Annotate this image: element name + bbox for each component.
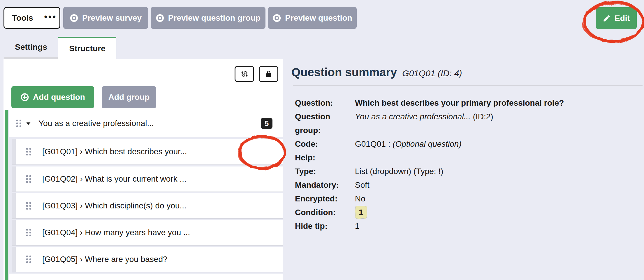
summary-label: Mandatory: (295, 178, 355, 192)
plus-circle-icon (20, 93, 29, 102)
drag-handle-icon[interactable] (26, 202, 31, 210)
question-row-gutter (12, 166, 16, 192)
summary-value: No (355, 192, 639, 205)
question-row[interactable]: [G01Q04] › How many years have you ... (12, 220, 283, 245)
tools-more-button[interactable]: ••• (44, 13, 57, 21)
summary-value: List (dropdown) (Type: !) (355, 164, 639, 178)
preview-survey-button[interactable]: Preview survey (63, 7, 148, 29)
summary-label: Condition: (295, 205, 355, 219)
bullseye-icon (156, 14, 164, 22)
drag-handle-icon[interactable] (16, 120, 21, 127)
tools-label: Tools (12, 13, 33, 23)
question-summary-table: Question: Which best describes your prim… (295, 96, 639, 233)
question-row-label: [G01Q02] › What is your current work ... (42, 174, 186, 184)
preview-question-group-button[interactable]: Preview question group (151, 7, 265, 29)
tab-structure-label: Structure (69, 44, 105, 53)
edit-label: Edit (615, 14, 630, 23)
add-group-button[interactable]: Add group (102, 86, 156, 108)
summary-divider (293, 85, 643, 86)
question-row[interactable]: [G01Q03] › Which discipline(s) do you... (12, 193, 283, 218)
summary-label: Encrypted: (295, 192, 355, 205)
lock-button[interactable] (259, 66, 278, 82)
summary-value: Soft (355, 178, 639, 192)
add-question-label: Add question (33, 93, 85, 102)
question-row-label: [G01Q01] › Which best describes your... (42, 147, 187, 156)
summary-label: Help: (295, 151, 355, 164)
question-count-badge: 5 (261, 118, 272, 129)
question-tree: You as a creative professional... 5 [G01… (5, 110, 283, 280)
next-group-row-partial[interactable] (9, 274, 283, 280)
question-row-gutter (12, 220, 16, 245)
unlink-icon (240, 70, 249, 78)
question-row[interactable]: [G01Q02] › What is your current work ... (12, 166, 283, 192)
summary-label: Question: (295, 96, 355, 110)
summary-label: Question group: (295, 110, 355, 137)
bullseye-icon (70, 14, 78, 22)
question-row-gutter (12, 193, 16, 218)
summary-value: 1 (355, 205, 639, 219)
page-title: Question summary (291, 66, 397, 79)
preview-question-button[interactable]: Preview question (268, 7, 357, 29)
question-row-gutter (12, 139, 16, 164)
summary-value: 1 (355, 219, 639, 233)
lock-icon (265, 70, 273, 78)
question-row-label: [G01Q04] › How many years have you ... (42, 228, 190, 237)
summary-label: Hide tip: (295, 219, 355, 233)
structure-panel: Add question Add group You as a creative… (3, 59, 283, 280)
edit-button[interactable]: Edit (596, 7, 637, 29)
tab-settings[interactable]: Settings (4, 37, 58, 59)
preview-question-label: Preview question (285, 13, 352, 23)
unlink-conditions-button[interactable] (235, 66, 254, 82)
question-row[interactable]: [G01Q01] › Which best describes your... (12, 139, 283, 164)
summary-label: Type: (295, 164, 355, 178)
question-row-label: [G01Q05] › Where are you based? (42, 255, 168, 264)
add-group-label: Add group (108, 93, 150, 102)
condition-count-badge: 1 (355, 206, 367, 219)
summary-header: Question summary G01Q01 (ID: 4) (291, 66, 462, 79)
preview-question-group-label: Preview question group (168, 13, 261, 23)
summary-value: Which best describes your primary profes… (355, 96, 639, 110)
tab-settings-label: Settings (15, 42, 47, 52)
drag-handle-icon[interactable] (26, 148, 31, 155)
drag-handle-icon[interactable] (26, 175, 31, 183)
drag-handle-icon[interactable] (26, 229, 31, 236)
question-summary-subtitle: G01Q01 (ID: 4) (402, 68, 462, 78)
question-group-row[interactable]: You as a creative professional... 5 (9, 110, 283, 137)
question-row-label: [G01Q03] › Which discipline(s) do you... (42, 201, 186, 210)
summary-value (355, 151, 639, 164)
preview-survey-label: Preview survey (82, 13, 142, 23)
question-row-gutter (12, 247, 16, 272)
summary-value: You as a creative professional... (ID:2) (355, 110, 639, 137)
tab-structure[interactable]: Structure (58, 37, 116, 59)
drag-handle-icon[interactable] (26, 256, 31, 263)
bullseye-icon (272, 14, 281, 22)
limesurvey-structure-page: Tools ••• Preview survey Preview questio… (0, 0, 644, 280)
caret-down-icon[interactable] (26, 122, 31, 125)
question-group-title: You as a creative professional... (38, 119, 154, 128)
summary-label: Code: (295, 137, 355, 151)
question-row[interactable]: [G01Q05] › Where are you based? (12, 247, 283, 272)
tools-button[interactable]: Tools ••• (3, 7, 60, 29)
add-question-button[interactable]: Add question (11, 86, 94, 108)
summary-value: G01Q01 : (Optional question) (355, 137, 639, 151)
pencil-icon (603, 14, 611, 22)
active-group-indicator (5, 110, 8, 280)
